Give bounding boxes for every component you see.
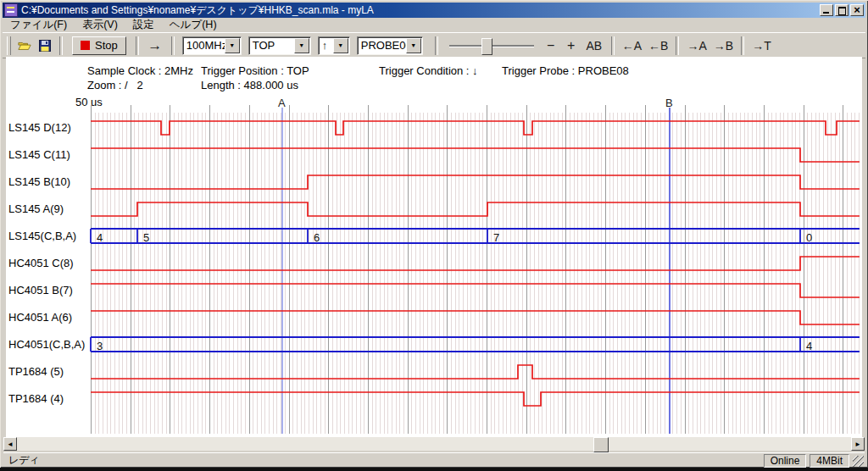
- chevron-down-icon[interactable]: ▼: [406, 38, 421, 53]
- goto-marker-a-button[interactable]: →A: [683, 36, 709, 55]
- close-button[interactable]: [850, 4, 864, 16]
- sample-clock-select[interactable]: 100MHz ▼: [182, 36, 242, 55]
- set-marker-b-left-button[interactable]: ←B: [645, 36, 671, 55]
- status-ready-text: レディ: [8, 453, 40, 468]
- scrollbar-thumb[interactable]: [593, 437, 609, 452]
- scroll-left-button[interactable]: ◄: [3, 437, 17, 451]
- chevron-down-icon[interactable]: ▼: [294, 38, 309, 53]
- zoom-slider[interactable]: [449, 36, 534, 55]
- signal-label: HC4051 B(7): [8, 284, 73, 296]
- time-scale-label: 50 us: [75, 96, 103, 108]
- ab-span-button[interactable]: AB: [581, 36, 607, 55]
- trigger-probe-select[interactable]: PROBE00 ▼: [357, 36, 423, 55]
- status-memory-badge: 4MBit: [810, 454, 849, 468]
- trigger-position-value: TOP: [249, 39, 294, 52]
- status-online-badge: Online: [764, 454, 807, 468]
- length-info: Length : 488.000 us: [201, 79, 298, 91]
- marker-label-b: B: [665, 97, 673, 109]
- toolbar-separator: [171, 36, 175, 55]
- chevron-down-icon[interactable]: ▼: [333, 38, 348, 53]
- sample-clock-info: Sample Clock : 2MHz: [87, 64, 193, 77]
- zoom-out-button[interactable]: −: [541, 36, 561, 55]
- signal-label: LS145(C,B,A): [8, 230, 76, 242]
- menu-file[interactable]: ファイル(F): [3, 17, 75, 33]
- toolbar-separator: [676, 36, 679, 55]
- status-bar: レディ Online 4MBit: [3, 452, 865, 468]
- toolbar-separator: [59, 36, 63, 55]
- app-icon: [4, 3, 18, 17]
- zoom-slider-thumb[interactable]: [481, 38, 492, 55]
- stop-button[interactable]: Stop: [72, 36, 126, 55]
- menu-help[interactable]: ヘルプ(H): [162, 17, 225, 33]
- open-folder-icon: [18, 40, 31, 52]
- goto-marker-b-button[interactable]: →B: [710, 36, 737, 55]
- marker-label-a: A: [278, 97, 286, 109]
- signal-label: LS145 D(12): [8, 121, 71, 134]
- title-bar: C:¥Documents and Settings¥noname¥デスクトップ¥…: [3, 3, 865, 18]
- trigger-probe-value: PROBE00: [358, 39, 406, 52]
- maximize-button[interactable]: [835, 4, 849, 16]
- save-button[interactable]: [35, 36, 55, 55]
- signal-label: HC4051(C,B,A): [8, 338, 85, 351]
- scroll-right-button[interactable]: ►: [851, 437, 865, 451]
- horizontal-scrollbar[interactable]: ◄ ►: [3, 437, 865, 451]
- menu-view[interactable]: 表示(V): [75, 17, 125, 33]
- toolbar-separator: [611, 36, 615, 55]
- signal-label: TP1684 (4): [8, 392, 64, 405]
- run-single-button[interactable]: →: [143, 36, 167, 55]
- toolbar-separator: [741, 36, 744, 55]
- window-title: C:¥Documents and Settings¥noname¥デスクトップ¥…: [21, 3, 818, 18]
- stop-icon: [81, 41, 90, 50]
- toolbar-grip: [7, 36, 11, 55]
- signal-label: TP1684 (5): [8, 365, 64, 378]
- menu-settings[interactable]: 設定: [125, 17, 162, 33]
- trigger-condition-info: Trigger Condition : ↓: [379, 64, 478, 77]
- signal-label: LS145 C(11): [8, 148, 70, 161]
- minimize-button[interactable]: [820, 4, 833, 16]
- toolbar-separator: [136, 36, 139, 55]
- toolbar: Stop → 100MHz ▼ TOP ▼ ↑ ▼ PROBE00 ▼ − + …: [3, 32, 865, 58]
- zoom-in-button[interactable]: +: [561, 36, 581, 55]
- toolbar-separator: [435, 36, 438, 55]
- floppy-disk-icon: [39, 40, 51, 52]
- signal-label: LS145 A(9): [8, 202, 64, 215]
- trigger-edge-select[interactable]: ↑ ▼: [318, 36, 350, 55]
- trigger-edge-value: ↑: [319, 39, 333, 52]
- trigger-position-select[interactable]: TOP ▼: [248, 36, 311, 55]
- resize-grip[interactable]: [853, 456, 864, 467]
- open-file-button[interactable]: [14, 36, 35, 55]
- signal-label: LS145 B(10): [8, 175, 70, 188]
- trigger-probe-info: Trigger Probe : PROBE08: [502, 64, 629, 77]
- menu-bar: ファイル(F) 表示(V) 設定 ヘルプ(H): [3, 18, 865, 32]
- goto-trigger-button[interactable]: →T: [748, 36, 775, 55]
- signal-label: HC4051 A(6): [8, 311, 72, 324]
- zoom-info: Zoom : / 2: [87, 79, 143, 91]
- chevron-down-icon[interactable]: ▼: [225, 38, 240, 53]
- stop-label: Stop: [95, 39, 118, 52]
- signal-label: HC4051 C(8): [8, 257, 74, 269]
- set-marker-a-left-button[interactable]: ←A: [619, 36, 645, 55]
- app-window: C:¥Documents and Settings¥noname¥デスクトップ¥…: [0, 0, 868, 468]
- trigger-position-info: Trigger Position : TOP: [201, 64, 309, 77]
- sample-clock-value: 100MHz: [183, 39, 225, 52]
- waveform-panel: [6, 57, 862, 437]
